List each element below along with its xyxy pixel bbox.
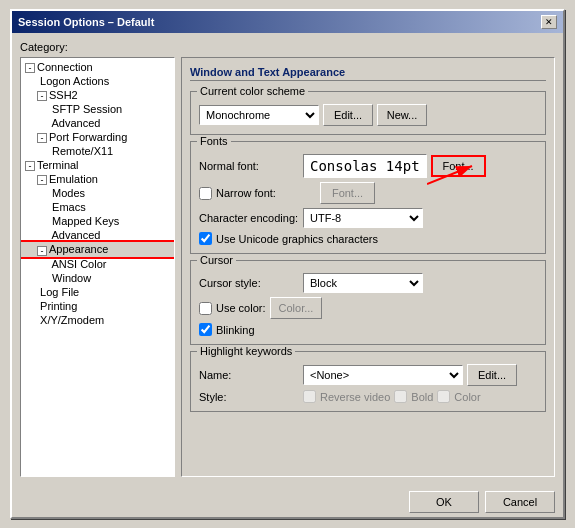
title-bar: Session Options – Default ✕ — [12, 11, 563, 33]
sidebar-item-window[interactable]: Window — [21, 271, 174, 285]
cursor-legend: Cursor — [197, 254, 236, 266]
sidebar-item-logon-actions[interactable]: Logon Actions — [21, 74, 174, 88]
highlight-legend: Highlight keywords — [197, 345, 295, 357]
use-color-label: Use color: — [216, 302, 266, 314]
unicode-graphics-label: Use Unicode graphics characters — [216, 233, 378, 245]
bold-label: Bold — [411, 391, 433, 403]
narrow-font-label: Narrow font: — [216, 187, 316, 199]
sidebar-item-mapped-keys[interactable]: Mapped Keys — [21, 214, 174, 228]
normal-font-label: Normal font: — [199, 160, 299, 172]
sidebar-item-emulation[interactable]: -Emulation — [21, 172, 174, 186]
char-encoding-select[interactable]: UTF-8 — [303, 208, 423, 228]
content-panel: Window and Text Appearance Current color… — [181, 57, 555, 477]
bold-checkbox[interactable] — [394, 390, 407, 403]
sidebar-item-xy-zmodem[interactable]: X/Y/Zmodem — [21, 313, 174, 327]
reverse-video-checkbox[interactable] — [303, 390, 316, 403]
dialog-title: Session Options – Default — [18, 16, 154, 28]
sidebar-item-port-forwarding[interactable]: -Port Forwarding — [21, 130, 174, 144]
color-style-label: Color — [454, 391, 480, 403]
color-scheme-section: Current color scheme Monochrome Edit... … — [190, 91, 546, 135]
cursor-style-select[interactable]: Block — [303, 273, 423, 293]
narrow-font-button[interactable]: Font... — [320, 182, 375, 204]
normal-font-display: Consolas 14pt — [303, 154, 427, 178]
close-button[interactable]: ✕ — [541, 15, 557, 29]
expand-icon-emulation: - — [37, 175, 47, 185]
cursor-section: Cursor Cursor style: Block Use color: Co… — [190, 260, 546, 345]
unicode-graphics-checkbox[interactable] — [199, 232, 212, 245]
expand-icon-terminal: - — [25, 161, 35, 171]
category-label: Category: — [20, 41, 555, 53]
color-scheme-select[interactable]: Monochrome — [199, 105, 319, 125]
sidebar-item-emacs[interactable]: Emacs — [21, 200, 174, 214]
session-options-dialog: Session Options – Default ✕ Category: -C… — [10, 9, 565, 519]
reverse-video-label: Reverse video — [320, 391, 390, 403]
ok-button[interactable]: OK — [409, 491, 479, 513]
panel-title: Window and Text Appearance — [190, 66, 546, 81]
fonts-legend: Fonts — [197, 135, 231, 147]
sidebar-item-ssh2-advanced[interactable]: Advanced — [21, 116, 174, 130]
use-color-checkbox[interactable] — [199, 302, 212, 315]
blinking-checkbox[interactable] — [199, 323, 212, 336]
title-bar-buttons: ✕ — [541, 15, 557, 29]
main-area: -Connection Logon Actions -SSH2 SFTP Ses… — [20, 57, 555, 477]
highlight-edit-button[interactable]: Edit... — [467, 364, 517, 386]
sidebar-tree[interactable]: -Connection Logon Actions -SSH2 SFTP Ses… — [20, 57, 175, 477]
expand-icon-port-forwarding: - — [37, 133, 47, 143]
color-style-checkbox[interactable] — [437, 390, 450, 403]
fonts-section: Fonts Normal font: Consolas 14pt Font... — [190, 141, 546, 254]
sidebar-item-terminal[interactable]: -Terminal — [21, 158, 174, 172]
expand-icon-appearance: - — [37, 246, 47, 256]
sidebar-item-ssh2[interactable]: -SSH2 — [21, 88, 174, 102]
dialog-body: Category: -Connection Logon Actions -SSH… — [12, 33, 563, 485]
sidebar-item-remote-x11[interactable]: Remote/X11 — [21, 144, 174, 158]
highlight-style-label: Style: — [199, 391, 299, 403]
sidebar-item-printing[interactable]: Printing — [21, 299, 174, 313]
cursor-style-label: Cursor style: — [199, 277, 299, 289]
highlight-name-select[interactable]: <None> — [303, 365, 463, 385]
highlight-name-label: Name: — [199, 369, 299, 381]
dialog-footer: OK Cancel — [12, 485, 563, 517]
sidebar-item-sftp-session[interactable]: SFTP Session — [21, 102, 174, 116]
expand-icon-ssh2: - — [37, 91, 47, 101]
cancel-button[interactable]: Cancel — [485, 491, 555, 513]
expand-icon-connection: - — [25, 63, 35, 73]
sidebar-item-modes[interactable]: Modes — [21, 186, 174, 200]
sidebar-item-advanced[interactable]: Advanced — [21, 228, 174, 242]
blinking-label: Blinking — [216, 324, 255, 336]
sidebar-item-connection[interactable]: -Connection — [21, 60, 174, 74]
edit-color-scheme-button[interactable]: Edit... — [323, 104, 373, 126]
sidebar-item-ansi-color[interactable]: ANSI Color — [21, 257, 174, 271]
color-button[interactable]: Color... — [270, 297, 323, 319]
sidebar-item-log-file[interactable]: Log File — [21, 285, 174, 299]
char-encoding-label: Character encoding: — [199, 212, 299, 224]
color-scheme-legend: Current color scheme — [197, 85, 308, 97]
new-color-scheme-button[interactable]: New... — [377, 104, 427, 126]
normal-font-button[interactable]: Font... — [431, 155, 486, 177]
sidebar-item-appearance[interactable]: -Appearance — [21, 242, 174, 256]
narrow-font-checkbox[interactable] — [199, 187, 212, 200]
highlight-keywords-section: Highlight keywords Name: <None> Edit... … — [190, 351, 546, 412]
